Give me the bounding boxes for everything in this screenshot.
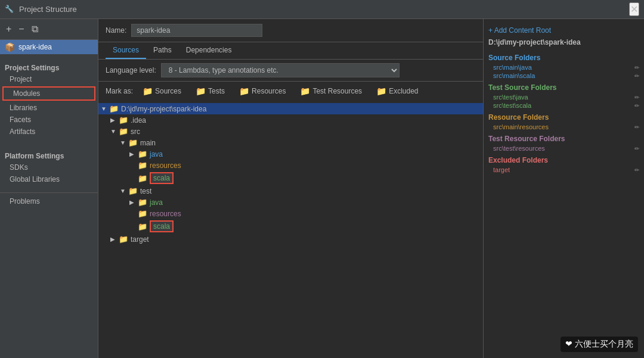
- tree-text-java: java: [150, 150, 163, 158]
- mark-tests-button[interactable]: 📁 Tests: [191, 85, 230, 97]
- right-path-text: src\main\java: [493, 64, 532, 71]
- right-path-item[interactable]: src\main\java✏: [484, 63, 644, 71]
- tree-text-root: D:\jd\my-project\spark-idea: [121, 105, 206, 113]
- module-icon: 📦: [5, 42, 15, 52]
- language-bar: Language level: 8 - Lambdas, type annota…: [98, 60, 483, 82]
- tab-sources[interactable]: Sources: [106, 42, 146, 59]
- tree-item-target[interactable]: ▶📁target: [98, 234, 483, 245]
- tree-item-src[interactable]: ▼📁src: [98, 126, 483, 137]
- right-path-item[interactable]: target✏: [484, 166, 644, 174]
- mark-sources-button[interactable]: 📁 Sources: [138, 85, 186, 97]
- right-path-text: src\main\resources: [493, 123, 549, 130]
- tree-text-main: main: [140, 139, 156, 147]
- tree-item-idea[interactable]: ▶📁.idea: [98, 114, 483, 126]
- right-path-item[interactable]: src\test\resources✏: [484, 144, 644, 152]
- edit-icon[interactable]: ✏: [634, 94, 639, 101]
- edit-icon[interactable]: ✏: [634, 167, 639, 173]
- name-input[interactable]: [131, 24, 262, 37]
- tree-arrow-test[interactable]: ▼: [120, 188, 128, 194]
- tree-arrow-target[interactable]: ▶: [110, 236, 119, 242]
- tree-item-resources-main[interactable]: 📁resources: [98, 160, 483, 171]
- right-path-item[interactable]: src\test\scala✏: [484, 101, 644, 110]
- app-icon: 🔧: [5, 5, 14, 14]
- file-tree[interactable]: ▼📁D:\jd\my-project\spark-idea▶📁.idea▼📁sr…: [98, 101, 483, 358]
- sidebar-toolbar: + − ⧉: [0, 19, 98, 40]
- tab-dependencies[interactable]: Dependencies: [179, 42, 239, 59]
- tests-folder-icon: 📁: [196, 86, 206, 96]
- right-panel: + Add Content Root D:\jd\my-project\spar…: [483, 19, 644, 358]
- folder-icon-target: 📁: [119, 235, 128, 244]
- sidebar-item-problems[interactable]: Problems: [0, 195, 98, 207]
- window-title: Project Structure: [19, 5, 77, 14]
- folder-icon-resources-test: 📁: [138, 209, 147, 218]
- add-content-root-button[interactable]: + Add Content Root: [488, 26, 551, 35]
- right-path-text: src\test\scala: [493, 102, 531, 109]
- folder-icon-root: 📁: [109, 104, 119, 113]
- tab-paths[interactable]: Paths: [146, 42, 179, 59]
- watermark: ❤ 六便士买个月亮: [561, 337, 638, 352]
- mark-test-resources-button[interactable]: 📁 Test Resources: [295, 85, 367, 97]
- sidebar-item-sdks[interactable]: SDKs: [0, 161, 98, 173]
- tree-item-java[interactable]: ▶📁java: [98, 148, 483, 160]
- right-path-item[interactable]: src\main\scala✏: [484, 71, 644, 80]
- name-label: Name:: [106, 26, 126, 35]
- right-path-text: src\test\java: [493, 94, 528, 101]
- folder-icon-java: 📁: [138, 150, 147, 158]
- right-path-item[interactable]: src\test\java✏: [484, 93, 644, 101]
- mark-as-bar: Mark as: 📁 Sources 📁 Tests 📁 Resources 📁…: [98, 82, 483, 101]
- tree-arrow-main[interactable]: ▼: [120, 139, 128, 146]
- tree-item-test[interactable]: ▼📁test: [98, 185, 483, 197]
- remove-button[interactable]: −: [17, 23, 25, 36]
- main-container: + − ⧉ 📦 spark-idea Project Settings Proj…: [0, 19, 644, 358]
- tree-text-scala-test: scala: [150, 220, 174, 232]
- right-path-text: target: [493, 166, 510, 173]
- right-path-text: src\main\scala: [493, 72, 535, 79]
- sidebar-item-global-libraries[interactable]: Global Libraries: [0, 173, 98, 185]
- sidebar-item-artifacts[interactable]: Artifacts: [0, 126, 98, 138]
- edit-icon[interactable]: ✏: [634, 73, 639, 79]
- sidebar-item-libraries[interactable]: Libraries: [0, 102, 98, 114]
- copy-button[interactable]: ⧉: [30, 23, 39, 36]
- tree-item-resources-test[interactable]: 📁resources: [98, 208, 483, 219]
- right-section-sources: Source Folders: [484, 50, 644, 63]
- right-section-excluded: Excluded Folders: [484, 152, 644, 166]
- right-section-test-sources: Test Source Folders: [484, 80, 644, 93]
- right-path-item[interactable]: src\main\resources✏: [484, 123, 644, 131]
- sidebar-item-project[interactable]: Project: [0, 73, 98, 85]
- folder-icon-scala-test: 📁: [138, 222, 147, 231]
- tree-item-scala-main[interactable]: 📁scala: [98, 171, 483, 185]
- tree-item-scala-test[interactable]: 📁scala: [98, 219, 483, 234]
- tree-text-test: test: [140, 187, 151, 195]
- center-header: Name:: [98, 19, 483, 42]
- tree-arrow-src[interactable]: ▼: [110, 128, 119, 135]
- add-button[interactable]: +: [5, 23, 13, 36]
- tree-text-src: src: [131, 127, 140, 136]
- module-spark-idea[interactable]: 📦 spark-idea: [0, 40, 98, 54]
- platform-settings-header: Platform Settings: [0, 147, 98, 161]
- tree-arrow-java[interactable]: ▶: [129, 151, 138, 157]
- sidebar-item-facets[interactable]: Facets: [0, 114, 98, 126]
- tree-text-resources-test: resources: [150, 210, 181, 218]
- mark-excluded-button[interactable]: 📁 Excluded: [371, 85, 423, 97]
- mark-resources-button[interactable]: 📁 Resources: [234, 85, 290, 97]
- edit-icon[interactable]: ✏: [634, 145, 639, 152]
- tree-text-scala-main: scala: [150, 172, 174, 184]
- folder-icon-resources-main: 📁: [138, 161, 147, 170]
- sources-folder-icon: 📁: [143, 86, 153, 96]
- sidebar: + − ⧉ 📦 spark-idea Project Settings Proj…: [0, 19, 98, 358]
- folder-icon-test: 📁: [128, 186, 138, 195]
- edit-icon[interactable]: ✏: [634, 124, 639, 130]
- tree-arrow-java-test[interactable]: ▶: [129, 199, 138, 206]
- sidebar-item-modules[interactable]: Modules: [2, 86, 95, 101]
- tree-item-root[interactable]: ▼📁D:\jd\my-project\spark-idea: [98, 103, 483, 114]
- tree-arrow-idea[interactable]: ▶: [110, 117, 119, 123]
- tree-item-main[interactable]: ▼📁main: [98, 137, 483, 148]
- edit-icon[interactable]: ✏: [634, 64, 639, 71]
- edit-icon[interactable]: ✏: [634, 102, 639, 109]
- tree-item-java-test[interactable]: ▶📁java: [98, 197, 483, 208]
- project-settings-header: Project Settings: [0, 59, 98, 73]
- tree-arrow-root[interactable]: ▼: [101, 105, 109, 112]
- language-select[interactable]: 8 - Lambdas, type annotations etc.: [161, 63, 400, 77]
- right-section-resources: Resource Folders: [484, 110, 644, 123]
- close-button[interactable]: ✕: [629, 2, 639, 16]
